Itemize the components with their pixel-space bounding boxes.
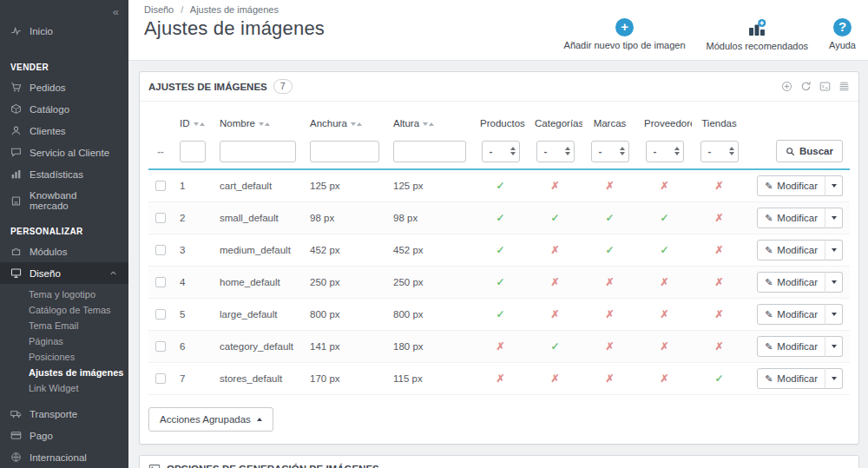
sidebar-item-label: Internacional [30, 452, 87, 463]
column-label: Anchura [310, 118, 347, 129]
sidebar-item-label: Inicio [30, 26, 53, 36]
filter-id-input[interactable] [180, 141, 206, 162]
row-checkbox[interactable] [155, 181, 166, 191]
stepper-arrows-icon [674, 147, 680, 155]
column-header-id[interactable]: ID [173, 110, 213, 136]
sidebar-item-pago[interactable]: Pago [0, 425, 128, 446]
modify-button[interactable]: ✎Modificar [757, 240, 825, 260]
sidebar-subitem-posiciones[interactable]: Posiciones [0, 349, 128, 365]
sidebar-subitem-link-widget[interactable]: Link Widget [0, 380, 128, 396]
box-icon [10, 103, 22, 115]
stack-icon[interactable] [838, 81, 850, 92]
filter-anchura-input[interactable] [310, 141, 379, 162]
modify-dropdown-toggle[interactable] [825, 208, 843, 228]
modify-dropdown-toggle[interactable] [825, 175, 843, 196]
filter-tiendas-select[interactable]: - [700, 141, 739, 162]
modify-dropdown-toggle[interactable] [825, 240, 843, 260]
sidebar-subitem-tema-email[interactable]: Tema Email [0, 318, 128, 333]
sidebar-subitem-tema-y-logotipo[interactable]: Tema y logotipo [0, 287, 128, 302]
sidebar-item-knowband-mercado[interactable]: Knowband mercado [0, 185, 128, 216]
row-checkbox[interactable] [155, 373, 166, 384]
sidebar-item-catalogo[interactable]: Catálogo [0, 98, 128, 120]
sort-icon[interactable] [194, 122, 205, 126]
card-icon [10, 430, 22, 441]
row-checkbox[interactable] [155, 341, 166, 352]
sidebar-item-diseno[interactable]: Diseño [0, 262, 128, 284]
column-header-anchura[interactable]: Anchura [303, 110, 386, 136]
grouped-actions-button[interactable]: Acciones Agrupadas [148, 407, 273, 432]
filter-productos-select[interactable]: - [482, 141, 520, 162]
row-checkbox[interactable] [155, 277, 166, 287]
modify-button[interactable]: ✎Modificar [757, 304, 825, 325]
cell-name: large_default [213, 299, 303, 331]
modify-button[interactable]: ✎Modificar [757, 336, 825, 357]
sidebar-item-estadisticas[interactable]: Estadísticas [0, 163, 128, 185]
terminal-icon[interactable] [819, 81, 831, 92]
column-header-marcas: Marcas [582, 110, 637, 136]
row-checkbox[interactable] [155, 213, 166, 223]
breadcrumb-current: Ajustes de imágenes [190, 4, 279, 15]
sidebar-subitem-paginas[interactable]: Páginas [0, 333, 128, 349]
filter-marcas-select[interactable]: - [591, 141, 629, 162]
sidebar-section-title: VENDER [0, 52, 128, 76]
sidebar-item-clientes[interactable]: Clientes [0, 120, 128, 142]
sidebar-item-modulos[interactable]: Módulos [0, 241, 128, 262]
action-label: Añadir nuevo tipo de imagen [564, 40, 686, 50]
column-header-nombre[interactable]: Nombre [213, 110, 303, 136]
title-row: Ajustes de imágenes + Añadir nuevo tipo … [144, 17, 856, 51]
modify-label: Modificar [777, 373, 818, 384]
filter-altura-input[interactable] [393, 141, 466, 162]
column-header-altura[interactable]: Altura [386, 110, 473, 136]
pencil-icon: ✎ [765, 277, 773, 288]
sort-icon[interactable] [423, 122, 434, 126]
modify-button[interactable]: ✎Modificar [757, 208, 825, 228]
cell-id: 2 [173, 202, 213, 234]
sidebar-subitem-ajustes-de-imagenes[interactable]: Ajustes de imágenes [0, 365, 128, 380]
help-button[interactable]: ? Ayuda [829, 18, 856, 51]
filter-nombre-input[interactable] [220, 141, 296, 162]
breadcrumb-parent[interactable]: Diseño [144, 4, 174, 15]
sidebar-item-transporte[interactable]: Transporte [0, 403, 128, 425]
refresh-icon[interactable] [800, 81, 812, 92]
modify-button[interactable]: ✎Modificar [757, 272, 825, 293]
add-icon[interactable] [781, 81, 792, 92]
cross-icon: ✗ [714, 340, 723, 353]
cross-icon: ✗ [550, 180, 559, 192]
filter-proveedores-select[interactable]: - [646, 141, 684, 162]
sort-icon[interactable] [351, 122, 362, 126]
pencil-icon: ✎ [765, 309, 773, 320]
cell-height: 125 px [386, 169, 473, 202]
sidebar-item-servicio-al-cliente[interactable]: Servicio al Cliente [0, 142, 128, 163]
image-settings-panel: AJUSTES DE IMÁGENES 7 IDNombreAnchuraAlt… [139, 71, 859, 445]
row-checkbox[interactable] [155, 309, 166, 320]
column-label: Altura [393, 118, 419, 129]
row-checkbox[interactable] [155, 245, 166, 255]
cross-icon: ✗ [660, 372, 668, 385]
grouped-actions-label: Acciones Agrupadas [160, 414, 251, 425]
modify-dropdown-toggle[interactable] [825, 304, 843, 325]
sidebar-collapse-button[interactable]: « [0, 2, 128, 20]
recommended-modules-button[interactable]: Módulos recomendados [707, 18, 808, 51]
modify-dropdown-toggle[interactable] [825, 272, 843, 293]
sidebar-item-pedidos[interactable]: Pedidos [0, 76, 128, 98]
cross-icon: ✗ [714, 212, 723, 224]
modify-dropdown-toggle[interactable] [825, 368, 843, 389]
caret-down-icon [832, 184, 837, 188]
caret-down-icon [832, 345, 837, 348]
filter-categorias-select[interactable]: - [536, 141, 575, 162]
sidebar-subitem-catalogo-de-temas[interactable]: Catálogo de Temas [0, 302, 128, 318]
sidebar-item-inicio[interactable]: Inicio [0, 20, 128, 42]
search-button[interactable]: Buscar [776, 140, 843, 162]
modify-button[interactable]: ✎Modificar [757, 368, 825, 389]
table-row: 3medium_default452 px452 px✓✗✓✓✗✎Modific… [148, 234, 850, 267]
sort-icon[interactable] [259, 122, 270, 126]
check-icon: ✓ [660, 244, 668, 256]
cell-width: 170 px [303, 363, 386, 395]
sidebar-item-internacional[interactable]: Internacional [0, 446, 128, 468]
add-image-type-button[interactable]: + Añadir nuevo tipo de imagen [564, 18, 686, 51]
modify-dropdown-toggle[interactable] [825, 336, 843, 357]
modify-button[interactable]: ✎Modificar [757, 175, 825, 196]
column-label: Productos [480, 118, 525, 129]
cell-width: 98 px [303, 202, 386, 234]
caret-down-icon [832, 313, 837, 316]
